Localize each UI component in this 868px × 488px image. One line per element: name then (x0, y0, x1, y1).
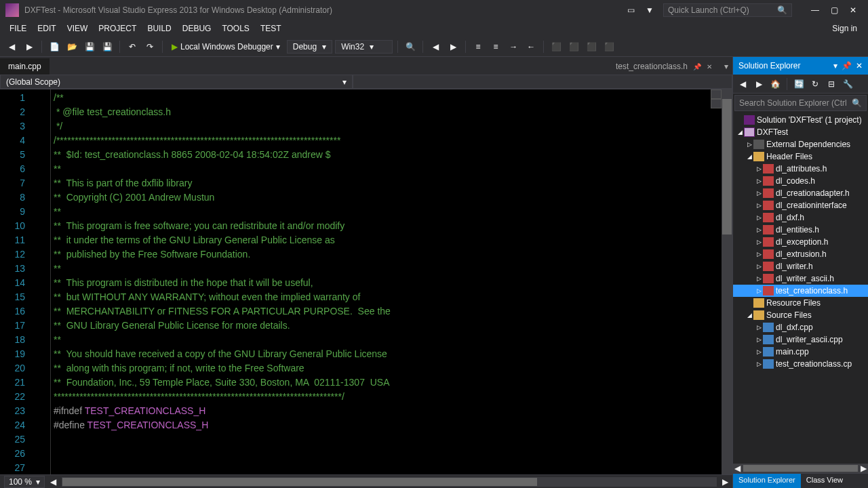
header-file-item[interactable]: ▷dl_codes.h (733, 175, 868, 187)
back-button[interactable]: ◀ (736, 77, 749, 91)
expand-icon[interactable]: ◢ (745, 312, 753, 319)
browse-fwd-button[interactable]: ▶ (446, 39, 460, 54)
code-line[interactable]: ** This is part of the dxflib library (54, 176, 722, 190)
expand-icon[interactable]: ▷ (755, 239, 763, 245)
code-line[interactable]: ** Foundation, Inc., 59 Temple Place, Su… (54, 375, 722, 390)
tab-solution-explorer[interactable]: Solution Explorer (733, 474, 801, 488)
code-line[interactable]: ** Copyright (C) 2001 Andrew Mustun (54, 190, 722, 205)
header-file-item[interactable]: ▷dl_exception.h (733, 236, 868, 248)
notifications-icon[interactable]: ▼ (644, 5, 655, 16)
collapse-button[interactable]: ⊟ (825, 77, 838, 91)
header-file-item[interactable]: ▷dl_creationinterface (733, 199, 868, 211)
code-line[interactable]: ** $Id: test_creationclass.h 8865 2008-0… (54, 148, 722, 162)
scroll-right-button[interactable]: ▶ (722, 477, 728, 487)
header-file-item[interactable]: ▷dl_writer_ascii.h (733, 272, 868, 285)
nav-fwd-button[interactable]: ▶ (22, 39, 37, 54)
code-line[interactable]: ** along with this program; if not, writ… (54, 361, 722, 375)
external-deps-node[interactable]: ▷External Dependencies (733, 138, 868, 150)
resource-files-folder[interactable]: Resource Files (733, 297, 868, 309)
code-editor[interactable]: 1234567891011121314151617181920212223242… (0, 89, 732, 474)
solution-tree[interactable]: Solution 'DXFTest' (1 project)◢DXFTest▷E… (733, 113, 868, 464)
expand-icon[interactable]: ▷ (755, 361, 763, 367)
code-line[interactable]: ** This program is distributed in the ho… (54, 276, 722, 290)
code-line[interactable]: ** (54, 205, 722, 219)
expand-icon[interactable]: ▷ (755, 178, 763, 184)
menu-file[interactable]: FILE (4, 22, 32, 35)
expand-icon[interactable]: ▷ (755, 190, 763, 197)
tab-class-view[interactable]: Class View (801, 474, 848, 488)
solution-node[interactable]: Solution 'DXFTest' (1 project) (733, 114, 868, 126)
expand-icon[interactable]: ▷ (755, 251, 763, 258)
new-project-button[interactable]: 📄 (47, 39, 62, 54)
maximize-button[interactable]: ▢ (825, 3, 844, 17)
code-line[interactable]: ** (54, 162, 722, 176)
scroll-up-button[interactable] (711, 99, 722, 108)
find-button[interactable]: 🔍 (403, 39, 418, 54)
feedback-icon[interactable]: ▭ (625, 5, 636, 16)
minimize-button[interactable]: — (806, 3, 825, 17)
bookmark-button[interactable]: ⬛ (549, 39, 564, 54)
menu-debug[interactable]: DEBUG (177, 22, 217, 35)
redo-button[interactable]: ↷ (142, 39, 157, 54)
tab-test-creationclass-h[interactable]: test_creationclass.h 📌 ✕ (608, 58, 720, 75)
source-file-item[interactable]: ▷main.cpp (733, 346, 868, 358)
close-icon[interactable]: ✕ (707, 63, 712, 70)
split-button[interactable] (711, 89, 722, 99)
quick-launch-input[interactable]: Quick Launch (Ctrl+Q) 🔍 (663, 3, 792, 17)
pin-icon[interactable]: 📌 (693, 63, 701, 70)
code-line[interactable]: ** This program is free software; you ca… (54, 219, 722, 233)
code-line[interactable]: /***************************************… (54, 134, 722, 148)
outdent-button[interactable]: ← (524, 39, 538, 54)
zoom-dropdown[interactable]: 100 % ▾ (4, 476, 45, 488)
menu-test[interactable]: TEST (255, 22, 287, 35)
next-bookmark-button[interactable]: ⬛ (584, 39, 599, 54)
nav-back-button[interactable]: ◀ (4, 39, 19, 54)
refresh-button[interactable]: ↻ (808, 77, 822, 91)
header-file-item[interactable]: ▷dl_extrusion.h (733, 248, 868, 260)
solution-h-scrollbar[interactable]: ◀ ▶ (733, 464, 868, 473)
scroll-thumb[interactable] (62, 478, 537, 486)
vertical-scrollbar[interactable] (722, 89, 732, 474)
code-line[interactable]: ** You should have received a copy of th… (54, 347, 722, 361)
code-line[interactable]: ****************************************… (54, 390, 722, 404)
tab-main-cpp[interactable]: main.cpp (0, 58, 50, 75)
home-button[interactable]: 🏠 (768, 77, 782, 91)
source-files-folder[interactable]: ◢Source Files (733, 309, 868, 321)
properties-button[interactable]: 🔧 (841, 77, 854, 91)
source-file-item[interactable]: ▷dl_writer_ascii.cpp (733, 333, 868, 346)
comment-button[interactable]: ≡ (471, 39, 486, 54)
platform-dropdown[interactable]: Win32 ▾ (335, 40, 393, 54)
menu-view[interactable]: VIEW (62, 22, 94, 35)
open-button[interactable]: 📂 (64, 39, 79, 54)
scroll-left-button[interactable]: ◀ (50, 477, 56, 487)
browse-back-button[interactable]: ◀ (428, 39, 443, 54)
code-content[interactable]: /** * @file test_creationclass.h *//****… (51, 89, 722, 474)
prev-bookmark-button[interactable]: ⬛ (566, 39, 581, 54)
expand-icon[interactable]: ▷ (755, 214, 763, 221)
code-line[interactable]: ** published by the Free Software Founda… (54, 247, 722, 262)
code-line[interactable]: ** it under the terms of the GNU Library… (54, 233, 722, 247)
save-all-button[interactable]: 💾 (100, 39, 115, 54)
expand-icon[interactable]: ▷ (755, 348, 763, 355)
scroll-thumb[interactable] (722, 99, 732, 235)
pin-icon[interactable]: 📌 (842, 61, 852, 70)
code-line[interactable]: ** (54, 333, 722, 347)
outline-margin[interactable] (31, 89, 51, 474)
header-file-item[interactable]: ▷test_creationclass.h (733, 285, 868, 297)
horizontal-scrollbar[interactable] (62, 477, 717, 487)
menu-tools[interactable]: TOOLS (216, 22, 254, 35)
header-file-item[interactable]: ▷dl_writer.h (733, 260, 868, 272)
scope-dropdown[interactable]: (Global Scope) ▾ (0, 75, 353, 89)
header-file-item[interactable]: ▷dl_entities.h (733, 224, 868, 236)
code-line[interactable]: #define TEST_CREATIONCLASS_H (54, 418, 722, 432)
expand-icon[interactable]: ▷ (755, 287, 763, 294)
expand-icon[interactable]: ▷ (755, 226, 763, 233)
expand-icon[interactable]: ▷ (755, 165, 763, 172)
signin-link[interactable]: Sign in (832, 24, 857, 33)
close-icon[interactable]: ✕ (856, 61, 863, 70)
save-button[interactable]: 💾 (82, 39, 97, 54)
expand-icon[interactable]: ▷ (755, 202, 763, 209)
header-file-item[interactable]: ▷dl_attributes.h (733, 163, 868, 175)
indent-button[interactable]: → (506, 39, 521, 54)
code-line[interactable]: * @file test_creationclass.h (54, 105, 722, 119)
